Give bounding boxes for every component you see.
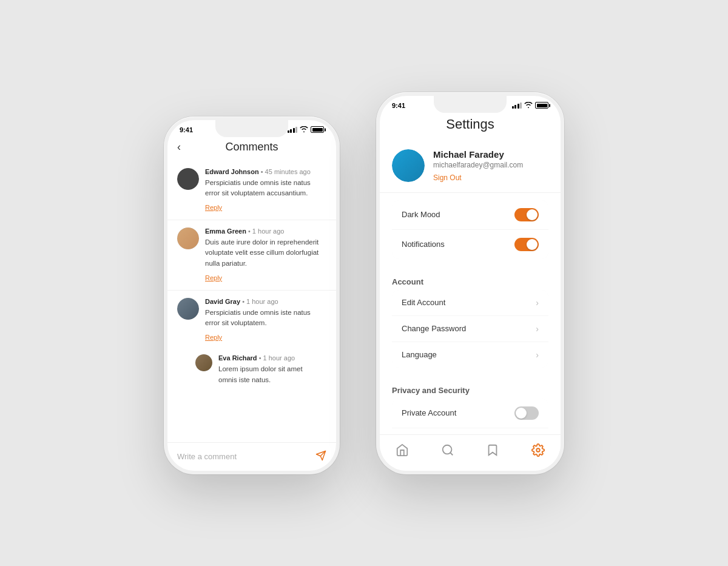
notifications-label: Notifications [402,240,445,249]
wifi-icon-right [524,102,533,109]
comment-content-1: Edward Johnson • 45 minutes ago Perspici… [205,168,326,213]
nav-home-button[interactable] [394,442,411,459]
comment-time-3: 1 hour ago [246,298,278,305]
settings-screen: 9:41 [380,96,561,471]
avatar-edward [177,168,199,190]
nested-comment-content: Eva Richard • 1 hour ago Lorem ipsum dol… [218,354,317,388]
status-icons-left [288,126,325,133]
avatar-emma [177,227,199,249]
nested-comment: Eva Richard • 1 hour ago Lorem ipsum dol… [195,348,326,394]
signal-icon-right [512,103,522,109]
profile-name: Michael Faradey [433,149,548,160]
dark-mood-row: Dark Mood [392,200,548,230]
settings-content: Settings Michael Faradey michaelfaradey@… [380,112,561,471]
reply-button-3[interactable]: Reply [205,334,222,341]
comment-meta-2: Emma Green • 1 hour ago [205,227,326,235]
avatar-eva [195,354,212,371]
signal-icon [288,127,298,133]
language-label: Language [402,350,437,359]
comment-time-1: 45 minutes ago [265,168,311,175]
language-row[interactable]: Language › [392,342,548,368]
toggles-group: Dark Mood Notifications [392,200,548,259]
comment-text-2: Duis aute irure dolor in reprehenderit v… [205,237,326,269]
comment-text-1: Perspiciatis unde omnis iste natus error… [205,178,326,199]
nested-author-name: Eva Richard [218,354,257,362]
battery-icon [311,126,324,133]
time-left: 9:41 [180,126,193,133]
profile-avatar [392,149,425,182]
profile-email: michaelfaradey@gmail.com [433,161,548,169]
back-button[interactable]: ‹ [177,141,181,153]
settings-title-section: Settings [380,112,561,142]
author-name-3: David Gray [205,298,240,305]
comment-meta-1: Edward Johnson • 45 minutes ago [205,168,326,175]
account-section: Edit Account › Change Password › Languag… [380,290,561,368]
comments-list: Edward Johnson • 45 minutes ago Perspici… [167,161,336,442]
nested-comment-text: Lorem ipsum dolor sit amet omnis iste na… [218,364,317,385]
private-account-row: Private Account [392,399,548,428]
left-phone: 9:41 [164,116,340,474]
notifications-toggle[interactable] [514,238,539,251]
reply-button-1[interactable]: Reply [205,204,222,211]
table-row: Emma Green • 1 hour ago Duis aute irure … [167,220,336,291]
change-password-row[interactable]: Change Password › [392,316,548,342]
author-name-1: Edward Johnson [205,168,259,175]
comment-text-3: Perspiciatis unde omnis iste natus error… [205,308,326,329]
nav-search-button[interactable] [439,442,456,459]
send-icon[interactable] [315,450,326,463]
author-name-2: Emma Green [205,227,246,235]
toggles-section: Dark Mood Notifications [380,193,561,259]
battery-icon-right [535,102,548,109]
notch-left [215,120,288,137]
table-row: David Gray • 1 hour ago Perspiciatis und… [167,291,336,394]
notifications-row: Notifications [392,230,548,259]
nav-settings-button[interactable] [530,442,547,459]
comment-meta-3: David Gray • 1 hour ago [205,298,326,305]
reply-button-2[interactable]: Reply [205,274,222,281]
bottom-nav [380,434,561,471]
privacy-heading: Privacy and Security [380,377,561,399]
right-phone: 9:41 [376,92,564,474]
dark-mood-label: Dark Mood [402,210,440,219]
profile-section: Michael Faradey michaelfaradey@gmail.com… [380,142,561,193]
table-row: Edward Johnson • 45 minutes ago Perspici… [167,161,336,221]
comment-content-2: Emma Green • 1 hour ago Duis aute irure … [205,227,326,283]
status-icons-right [512,102,549,109]
comment-input-placeholder[interactable]: Write a comment [177,452,237,461]
profile-info: Michael Faradey michaelfaradey@gmail.com… [433,149,548,183]
svg-point-0 [443,445,452,454]
change-password-label: Change Password [402,324,466,333]
nav-bookmark-button[interactable] [484,442,501,459]
nested-comment-meta: Eva Richard • 1 hour ago [218,354,317,362]
comment-time-2: 1 hour ago [252,227,285,235]
comments-title: Comments [225,141,278,153]
notch-right [434,96,507,113]
chevron-right-icon: › [536,298,539,308]
svg-point-2 [536,448,540,452]
wifi-icon [300,126,308,133]
sign-out-button[interactable]: Sign Out [433,174,462,182]
comments-header: ‹ Comments [167,136,336,161]
nested-comment-time: 1 hour ago [263,354,295,362]
account-heading: Account [380,269,561,290]
private-account-toggle[interactable] [514,406,539,420]
account-group: Edit Account › Change Password › Languag… [392,290,548,368]
time-right: 9:41 [392,102,405,109]
svg-line-1 [450,453,453,455]
settings-title: Settings [392,116,548,132]
dark-mood-toggle[interactable] [514,208,539,221]
comment-content-3: David Gray • 1 hour ago Perspiciatis und… [205,298,326,343]
chevron-right-icon-2: › [536,324,539,334]
avatar-david [177,298,199,320]
comments-screen: 9:41 [167,120,336,471]
comment-input-bar: Write a comment [167,442,336,471]
edit-account-label: Edit Account [402,298,445,307]
private-account-label: Private Account [402,408,456,417]
chevron-right-icon-3: › [536,350,539,360]
edit-account-row[interactable]: Edit Account › [392,290,548,316]
